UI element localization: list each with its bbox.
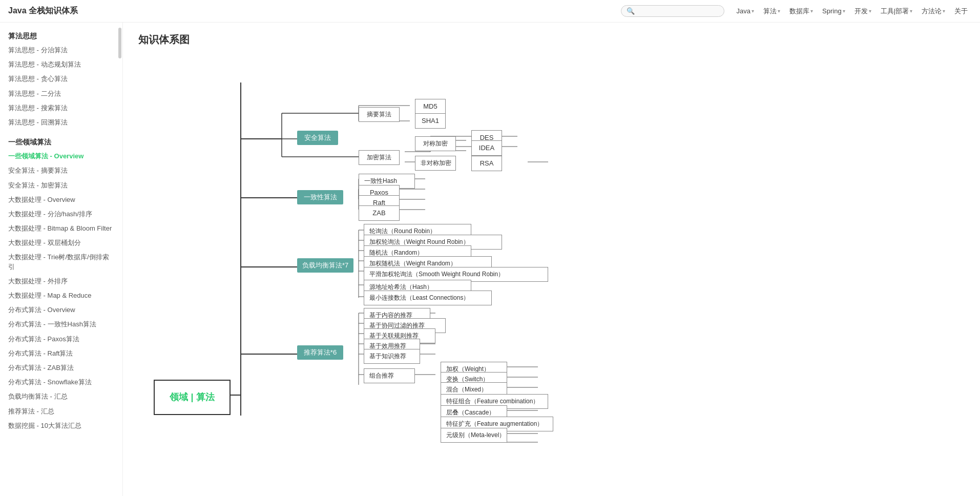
- chevron-down-icon: ▾: [752, 8, 754, 14]
- sidebar-item-bigdata-external-sort[interactable]: 大数据处理 - 外排序: [0, 274, 122, 288]
- chevron-down-icon: ▾: [843, 8, 845, 14]
- page-title: 知识体系图: [138, 33, 965, 47]
- node-sha1[interactable]: SHA1: [415, 113, 446, 129]
- node-encrypt[interactable]: 加密算法: [359, 150, 400, 165]
- nav-algorithm[interactable]: 算法 ▾: [759, 5, 784, 18]
- sidebar-item-dp[interactable]: 算法思想 - 动态规划算法: [0, 57, 122, 72]
- sidebar-item-bigdata-trie[interactable]: 大数据处理 - Trie树/数据库/倒排索引: [0, 250, 122, 274]
- sidebar-item-binary[interactable]: 算法思想 - 二分法: [0, 87, 122, 101]
- chevron-down-icon: ▾: [778, 8, 780, 14]
- search-box[interactable]: 🔍: [621, 5, 724, 17]
- sidebar-item-bigdata-overview[interactable]: 大数据处理 - Overview: [0, 193, 122, 207]
- sidebar-item-security-digest[interactable]: 安全算法 - 摘要算法: [0, 163, 122, 178]
- main-content: 知识体系图: [123, 23, 980, 496]
- nav-database[interactable]: 数据库 ▾: [785, 5, 817, 18]
- sidebar-item-dist-overview[interactable]: 分布式算法 - Overview: [0, 303, 122, 317]
- node-least-conn[interactable]: 最小连接数法（Least Connections）: [364, 291, 492, 305]
- sidebar-item-bigdata-hash[interactable]: 大数据处理 - 分治/hash/排序: [0, 207, 122, 221]
- sidebar-item-bigdata-mapreduce[interactable]: 大数据处理 - Map & Reduce: [0, 288, 122, 303]
- scroll-indicator: [118, 28, 121, 58]
- top-navigation: Java 全栈知识体系 🔍 Java ▾ 算法 ▾ 数据库 ▾ Spring ▾…: [0, 0, 980, 23]
- node-loadbalance[interactable]: 负载均衡算法*7: [297, 258, 353, 273]
- node-knowledge[interactable]: 基于知识推荐: [364, 349, 420, 364]
- nav-tools[interactable]: 工具|部署 ▾: [877, 5, 916, 18]
- sidebar-item-lb-summary[interactable]: 负载均衡算法 - 汇总: [0, 389, 122, 404]
- center-node[interactable]: 领域 | 算法: [154, 380, 231, 415]
- chevron-down-icon: ▾: [943, 8, 945, 14]
- sidebar-item-dist-consistent-hash[interactable]: 分布式算法 - 一致性Hash算法: [0, 317, 122, 332]
- sidebar: 算法思想 算法思想 - 分治算法 算法思想 - 动态规划算法 算法思想 - 贪心…: [0, 23, 123, 496]
- sidebar-item-divide[interactable]: 算法思想 - 分治算法: [0, 43, 122, 57]
- nav-dev[interactable]: 开发 ▾: [850, 5, 875, 18]
- sidebar-item-recommend-summary[interactable]: 推荐算法 - 汇总: [0, 404, 122, 419]
- sidebar-section-algorithm-thoughts: 算法思想: [0, 28, 122, 43]
- sidebar-item-security-encrypt[interactable]: 安全算法 - 加密算法: [0, 178, 122, 193]
- node-rsa[interactable]: RSA: [471, 156, 502, 171]
- search-input[interactable]: [637, 7, 719, 15]
- chevron-down-icon: ▾: [869, 8, 871, 14]
- sidebar-item-bigdata-bitmap[interactable]: 大数据处理 - Bitmap & Bloom Filter: [0, 221, 122, 236]
- node-md5[interactable]: MD5: [415, 99, 446, 114]
- chevron-down-icon: ▾: [910, 8, 912, 14]
- sidebar-item-dist-raft[interactable]: 分布式算法 - Raft算法: [0, 346, 122, 361]
- node-meta-level[interactable]: 元级别（Meta-level）: [441, 428, 507, 443]
- node-symmetric[interactable]: 对称加密: [415, 136, 456, 151]
- node-idea[interactable]: IDEA: [471, 140, 502, 156]
- nav-about[interactable]: 关于: [950, 5, 972, 18]
- node-security[interactable]: 安全算法: [297, 131, 338, 145]
- node-digest[interactable]: 摘要算法: [359, 107, 400, 122]
- sidebar-item-greedy[interactable]: 算法思想 - 贪心算法: [0, 72, 122, 86]
- app-logo: Java 全栈知识体系: [8, 6, 78, 16]
- sidebar-item-datamining-summary[interactable]: 数据挖掘 - 10大算法汇总: [0, 419, 122, 433]
- sidebar-item-domain-overview[interactable]: 一些领域算法 - Overview: [0, 149, 122, 163]
- sidebar-item-search[interactable]: 算法思想 - 搜索算法: [0, 101, 122, 115]
- chevron-down-icon: ▾: [810, 8, 813, 14]
- sidebar-item-bigdata-bucket[interactable]: 大数据处理 - 双层桶划分: [0, 236, 122, 250]
- sidebar-item-dist-snowflake[interactable]: 分布式算法 - Snowflake算法: [0, 375, 122, 389]
- node-recommend[interactable]: 推荐算法*6: [297, 345, 343, 360]
- nav-methodology[interactable]: 方法论 ▾: [918, 5, 949, 18]
- search-icon: 🔍: [627, 7, 635, 15]
- sidebar-item-dist-zab[interactable]: 分布式算法 - ZAB算法: [0, 361, 122, 375]
- node-combo[interactable]: 组合推荐: [364, 368, 415, 383]
- node-consistency[interactable]: 一致性算法: [297, 190, 343, 204]
- nav-java[interactable]: Java ▾: [733, 5, 758, 17]
- nav-items: Java ▾ 算法 ▾ 数据库 ▾ Spring ▾ 开发 ▾ 工具|部署 ▾ …: [733, 5, 972, 18]
- mindmap-container: 领域 | 算法 安全算法 摘要算法 MD5 SHA1 加密算法 对称加密 DES…: [138, 57, 753, 467]
- node-zab[interactable]: ZAB: [359, 205, 400, 221]
- node-asymmetric[interactable]: 非对称加密: [415, 156, 456, 171]
- sidebar-section-domain-algo: 一些领域算法: [0, 134, 122, 149]
- nav-spring[interactable]: Spring ▾: [818, 5, 849, 17]
- sidebar-item-dist-paxos[interactable]: 分布式算法 - Paxos算法: [0, 332, 122, 346]
- sidebar-item-backtrack[interactable]: 算法思想 - 回溯算法: [0, 115, 122, 130]
